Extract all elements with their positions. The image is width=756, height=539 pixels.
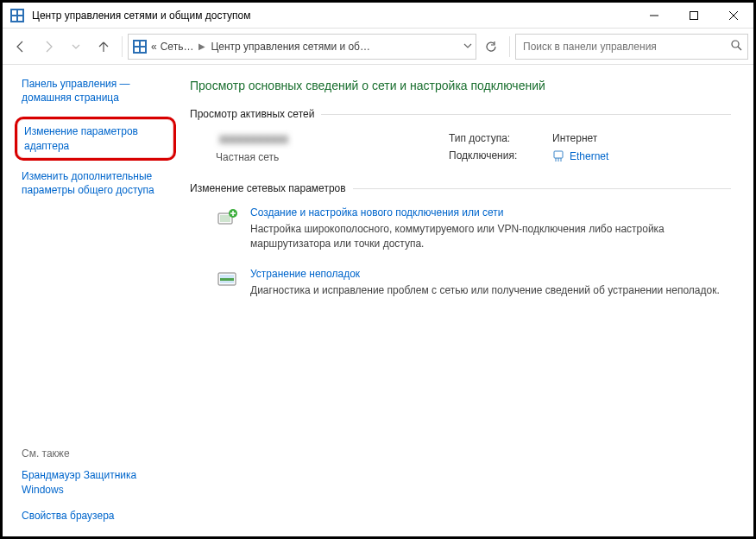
search-icon[interactable] <box>730 39 742 54</box>
back-button[interactable] <box>8 34 34 60</box>
change-settings-heading: Изменение сетевых параметров <box>190 182 731 194</box>
active-networks-group: Просмотр активных сетей XXXXXXXXXX Частн… <box>190 108 731 163</box>
sidebar: Панель управления — домашняя страница Из… <box>3 65 180 536</box>
svg-rect-12 <box>135 48 139 52</box>
access-type-label: Тип доступа: <box>449 132 544 146</box>
search-input[interactable] <box>521 40 730 54</box>
sidebar-firewall[interactable]: Брандмауэр Защитника Windows <box>22 468 176 496</box>
toolbar-separator <box>509 36 510 57</box>
task-troubleshoot-link[interactable]: Устранение неполадок <box>250 268 720 280</box>
window-frame: Центр управления сетями и общим доступом <box>0 0 756 539</box>
refresh-button[interactable] <box>478 34 504 60</box>
recent-locations-button[interactable] <box>63 34 89 60</box>
svg-rect-6 <box>690 11 698 19</box>
toolbar-separator <box>122 36 123 57</box>
connection-name: Ethernet <box>570 150 608 162</box>
crumb-page[interactable]: Центр управления сетями и об… <box>211 41 370 53</box>
sidebar-advanced-sharing[interactable]: Изменить дополнительные параметры общего… <box>22 169 176 197</box>
task-troubleshoot-desc: Диагностика и исправление проблем с сеть… <box>250 283 720 298</box>
chevron-right-icon[interactable]: ▶ <box>197 41 207 51</box>
up-button[interactable] <box>91 34 117 60</box>
svg-rect-27 <box>220 278 234 281</box>
search-box[interactable] <box>515 34 748 60</box>
network-name[interactable]: XXXXXXXXXX <box>216 132 292 148</box>
new-connection-icon <box>216 206 240 231</box>
svg-line-15 <box>738 47 741 50</box>
main-content: Просмотр основных сведений о сети и наст… <box>180 65 753 536</box>
svg-rect-3 <box>12 16 16 21</box>
window-title: Центр управления сетями и общим доступом <box>32 10 251 22</box>
task-new-connection: Создание и настройка нового подключения … <box>190 206 731 252</box>
svg-rect-21 <box>220 215 230 222</box>
active-network-row: XXXXXXXXXX Частная сеть Тип доступа: Инт… <box>190 132 731 163</box>
forward-button[interactable] <box>35 34 61 60</box>
address-dropdown-icon[interactable] <box>463 41 472 53</box>
svg-point-14 <box>732 41 739 48</box>
body: Панель управления — домашняя страница Из… <box>3 65 753 536</box>
svg-rect-2 <box>18 10 22 15</box>
maximize-button[interactable] <box>674 3 714 29</box>
network-kind: Частная сеть <box>216 151 449 163</box>
task-new-connection-desc: Настройка широкополосного, коммутируемог… <box>250 222 731 252</box>
crumb-root-glyph: « <box>151 41 157 53</box>
svg-rect-16 <box>554 151 563 158</box>
svg-rect-11 <box>141 41 145 46</box>
task-troubleshoot: Устранение неполадок Диагностика и испра… <box>190 268 731 298</box>
access-type-value: Интернет <box>552 132 608 146</box>
connections-label: Подключения: <box>449 149 544 163</box>
address-bar[interactable]: « Сеть… ▶ Центр управления сетями и об… <box>128 34 476 60</box>
svg-rect-1 <box>12 10 16 15</box>
toolbar: « Сеть… ▶ Центр управления сетями и об… <box>3 29 753 65</box>
active-networks-heading: Просмотр активных сетей <box>190 108 731 120</box>
troubleshoot-icon <box>216 268 240 292</box>
connection-link[interactable]: Ethernet <box>552 149 608 163</box>
app-icon <box>9 8 25 23</box>
sidebar-adapter-settings[interactable]: Изменение параметров адаптера <box>15 117 176 160</box>
svg-rect-10 <box>135 41 139 46</box>
minimize-button[interactable] <box>634 3 674 29</box>
task-new-connection-link[interactable]: Создание и настройка нового подключения … <box>250 206 731 219</box>
crumb-network[interactable]: Сеть… <box>161 41 194 53</box>
control-panel-icon <box>132 39 148 54</box>
sidebar-browser-properties[interactable]: Свойства браузера <box>22 509 176 523</box>
sidebar-see-also-heading: См. также <box>22 447 176 460</box>
ethernet-icon <box>552 150 564 162</box>
sidebar-control-panel-home[interactable]: Панель управления — домашняя страница <box>22 77 176 105</box>
change-settings-group: Изменение сетевых параметров Создание и … <box>190 182 731 298</box>
close-button[interactable] <box>714 3 753 29</box>
page-heading: Просмотр основных сведений о сети и наст… <box>190 79 731 92</box>
svg-rect-13 <box>141 48 145 52</box>
svg-rect-4 <box>18 16 22 21</box>
titlebar: Центр управления сетями и общим доступом <box>3 3 753 29</box>
